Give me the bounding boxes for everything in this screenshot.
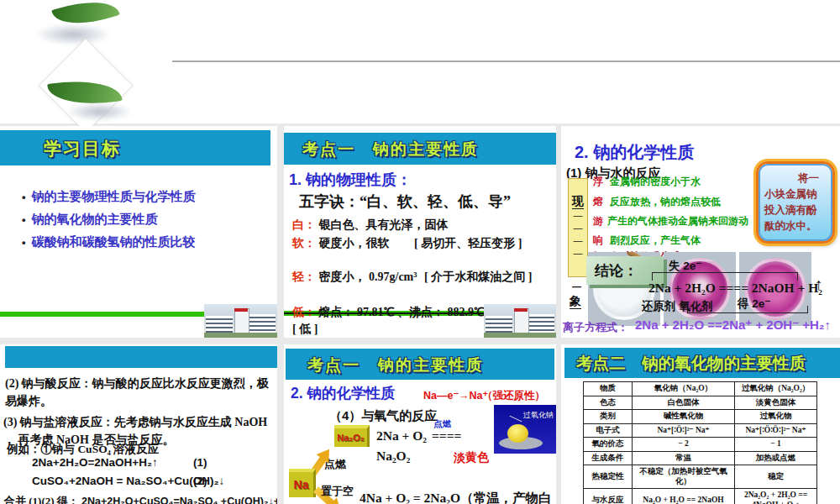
table-row: 生成条件 常温 加热或点燃 bbox=[584, 451, 817, 465]
equation-1: 2Na+2H₂O=2NaOH+H₂↑ bbox=[32, 456, 158, 469]
phenomena-char: 现 bbox=[572, 194, 584, 209]
section-title: 2. 钠的化学性质 bbox=[291, 383, 395, 403]
property-item: 白： 银白色、具有光泽，固体 bbox=[292, 217, 549, 234]
goal-item: •钠的主要物理性质与化学性质 bbox=[22, 189, 196, 205]
slide-oxygen-reaction: 考点一 钠的主要性质 2. 钠的化学性质 Na—e⁻→Na⁺ （强还原性） （4… bbox=[284, 344, 556, 504]
divider-line bbox=[172, 60, 840, 62]
slide-title: 学习目标 bbox=[44, 137, 121, 160]
example-label: 例如：①钠与 CuSO₄ 溶液反应 bbox=[7, 440, 159, 458]
gas-up-arrow: ↑ bbox=[815, 276, 823, 294]
table-row: 电子式 Na⁺[∶Ö∶]²⁻ Na⁺ Na⁺[∶Ö∶Ö∶]²⁻ Na⁺ bbox=[584, 423, 817, 438]
header-band: 考点一 钠的主要性质 bbox=[284, 133, 556, 165]
phenomena-char: 象 bbox=[570, 294, 581, 309]
redox-note: Na—e⁻→Na⁺ bbox=[423, 389, 488, 402]
ionic-equation-label: 离子方程式： bbox=[563, 320, 628, 335]
slow-oxidation-equation: 4Na + O₂ = 2Na₂O（常温，产物白 bbox=[360, 490, 551, 504]
leaf-shadow bbox=[66, 102, 133, 121]
table-row: 类别 碱性氧化物 过氧化物 bbox=[584, 410, 817, 424]
table-row: 热稳定性 不稳定（加热时被空气氧化） 稳定 bbox=[584, 465, 817, 489]
experiment-note-box: 将一小块金属钠投入滴有酚酞的水中。 bbox=[756, 161, 835, 244]
slide-water-reaction: 2. 钠的化学性质 (1) 钠与水的反应 现 — — — — — 象 浮 金属钠… bbox=[561, 126, 840, 338]
table-row: 色态 白色固体 淡黄色固体 bbox=[584, 396, 817, 410]
peroxide-photo-label: 过氧化钠 bbox=[523, 410, 554, 421]
reducer-oxidizer-label: 还原剂 氧化剂 bbox=[642, 299, 713, 314]
slide-oxides-comparison: 考点二 钠的氧化物的主要性质 物质 氧化钠（Na₂O） 过氧化钠（Na₂O₂） … bbox=[561, 344, 840, 504]
section-title: 2. 钠的化学性质 bbox=[575, 141, 694, 164]
campus-photo bbox=[484, 304, 556, 338]
bullet-icon: • bbox=[22, 236, 26, 249]
lose-electrons-label: 失 2e⁻ bbox=[669, 259, 701, 274]
phenomena-label-box: 现 — — — — bbox=[568, 178, 588, 277]
air-condition-label: 置于空 bbox=[321, 484, 354, 499]
property-item: 轻： 密度小， 0.97g/cm³ [ 介于水和煤油之间 ] bbox=[292, 269, 544, 286]
redox-strength-note: （强还原性） bbox=[482, 389, 545, 403]
bullet-icon: • bbox=[22, 191, 26, 203]
phenomenon-key: 响 bbox=[593, 234, 603, 248]
phenomenon-key: 熔 bbox=[593, 195, 603, 209]
equation-2-tag: (2) bbox=[193, 475, 207, 487]
goal-item: •钠的氧化物的主要性质 bbox=[22, 212, 158, 228]
slide-learning-goals: 学习目标 •钠的主要物理性质与化学性质 •钠的氧化物的主要性质 •碳酸钠和碳酸氢… bbox=[0, 126, 277, 338]
equation-sign: ==== bbox=[432, 428, 461, 444]
na2o2-box: Na₂O₂ bbox=[334, 425, 370, 447]
bullet-icon: • bbox=[22, 213, 26, 226]
peroxide-photo: 过氧化钠 bbox=[494, 405, 556, 454]
phenomenon-desc: 剧烈反应，产生气体 bbox=[610, 234, 701, 248]
paragraph: (2) 钠与酸反应：钠与酸的反应比水反应更激烈，极易爆炸。 bbox=[5, 375, 272, 410]
slide-title: 考点一 钠的主要性质 bbox=[307, 354, 484, 376]
combined-equation: 合并 (1)(2) 得： 2Na+2H₂O+CuSO₄=Na₂SO₄ +Cu(O… bbox=[4, 492, 277, 504]
slide-title: 考点一 钠的主要性质 bbox=[302, 139, 479, 160]
phenomenon-key: 游 bbox=[593, 214, 603, 228]
header-band bbox=[5, 346, 277, 368]
slide-title: 考点二 钠的氧化物的主要性质 bbox=[576, 352, 806, 375]
na-box: Na bbox=[289, 469, 316, 497]
ionic-equation: 2Na + 2H₂O ==2Na⁺ + 2OH⁻ +H₂↑ bbox=[635, 318, 831, 333]
table-row: 氧的价态 − 2 − 1 bbox=[584, 438, 817, 452]
oxygen-equation-left: 2Na + O₂ bbox=[376, 428, 427, 444]
property-item: 软： 硬度小，很软 [ 易切开、轻压变形 ] bbox=[292, 235, 544, 252]
leaf-shadow bbox=[35, 24, 111, 45]
slides-overview-page: 学习目标 •钠的主要物理性质与化学性质 •钠的氧化物的主要性质 •碳酸钠和碳酸氢… bbox=[0, 0, 840, 504]
goal-item: •碳酸钠和碳酸氢钠的性质比较 bbox=[22, 234, 196, 250]
color-note: 淡黄色 bbox=[454, 450, 489, 465]
header-band: 考点一 钠的主要性质 bbox=[286, 349, 554, 380]
campus-photo bbox=[204, 304, 277, 338]
subsection-title: （4）与氧气的反应 bbox=[329, 408, 437, 424]
gain-electrons-label: 得 2e⁻ bbox=[738, 297, 770, 312]
oxygen-equation-product: Na₂O₂ bbox=[376, 449, 410, 464]
section-title: 1. 钠的物理性质： bbox=[289, 170, 412, 190]
table-row: 物质 氧化钠（Na₂O） 过氧化钠（Na₂O₂） bbox=[584, 382, 817, 396]
header-band: 考点二 钠的氧化物的主要性质 bbox=[564, 348, 840, 378]
slide-physical-properties: 考点一 钠的主要性质 1. 钠的物理性质： 五字诀：“白、软、轻、低、导” 白：… bbox=[284, 126, 556, 338]
mnemonic-text: 五字诀：“白、软、轻、低、导” bbox=[299, 192, 511, 212]
water-equation: 2Na + 2H₂O ==== 2NaOH + H₂ bbox=[648, 281, 822, 296]
phenomenon-key: 浮 bbox=[593, 175, 603, 189]
phenomenon-desc: 产生的气体推动金属钠来回游动 bbox=[607, 214, 748, 228]
phenomenon-desc: 金属钠的密度小于水 bbox=[610, 175, 701, 189]
slide-acid-salt-reactions: (2) 钠与酸反应：钠与酸的反应比水反应更激烈，极易爆炸。 (3) 钠与盐溶液反… bbox=[0, 344, 277, 504]
table-row: 与水反应 Na₂O + H₂O == 2NaOH 2Na₂O₂ + 2H₂O =… bbox=[584, 489, 817, 504]
equation-1-tag: (1) bbox=[193, 456, 207, 469]
header-band: 学习目标 bbox=[0, 130, 270, 165]
oxides-comparison-table: 物质 氧化钠（Na₂O） 过氧化钠（Na₂O₂） 色态 白色固体 淡黄色固体 类… bbox=[583, 381, 817, 504]
phenomenon-desc: 反应放热，钠的熔点较低 bbox=[610, 195, 721, 209]
